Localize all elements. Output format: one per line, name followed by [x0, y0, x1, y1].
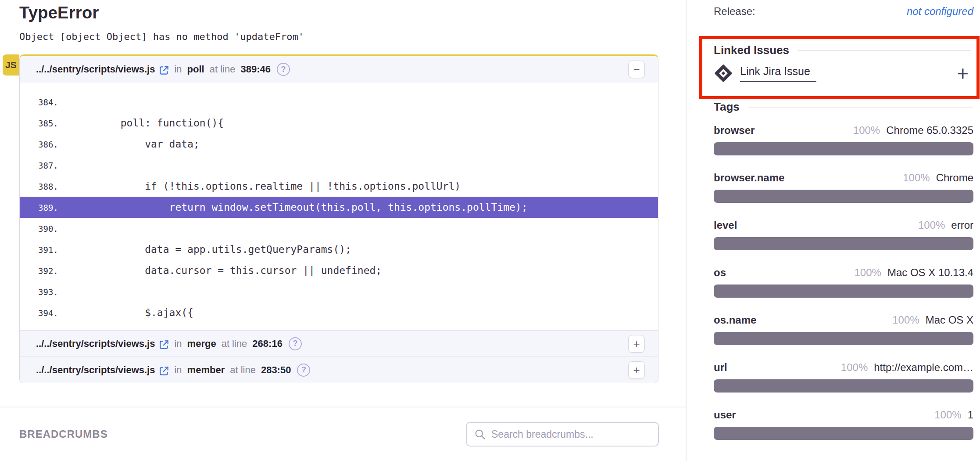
- frame-function-name: poll: [187, 64, 204, 75]
- frame-atline-label: at line: [222, 338, 247, 349]
- tag-percent: 100%: [892, 314, 919, 326]
- code-line: 390.: [20, 218, 658, 239]
- tag-name: os: [714, 267, 726, 279]
- tag-value: 1: [968, 409, 973, 421]
- help-icon[interactable]: ?: [289, 337, 302, 350]
- tag-row-url: url 100% http://example.com…: [714, 361, 973, 393]
- issue-detail-main: TypeError Object [object Object] has no …: [0, 0, 686, 461]
- tag-name: os.name: [714, 314, 756, 326]
- expand-frame-button[interactable]: +: [628, 361, 645, 379]
- issue-sidebar: Release: not configured Linked Issues Li…: [686, 0, 980, 461]
- frame-atline-label: at line: [210, 64, 236, 75]
- code-line-highlighted: 389. return window.setTimeout(this.poll,…: [20, 197, 658, 218]
- release-label: Release:: [714, 5, 755, 18]
- code-line: 392. data.cursor = this.cursor || undefi…: [20, 260, 658, 281]
- code-line: 386. var data;: [20, 133, 658, 155]
- link-jira-issue-link[interactable]: Link Jira Issue: [740, 65, 816, 82]
- frame-file-path: ../../sentry/scripts/views.js: [36, 64, 155, 75]
- tags-heading: Tags: [714, 100, 973, 114]
- add-linked-issue-button[interactable]: +: [957, 63, 969, 83]
- code-line: 388. if (!this.options.realtime || !this…: [20, 176, 658, 197]
- stacktrace-card: JS ../../sentry/scripts/views.js in poll…: [19, 54, 658, 383]
- link-jira-row: Link Jira Issue +: [714, 63, 971, 83]
- stack-frame-header-member[interactable]: ../../sentry/scripts/views.js in member …: [20, 357, 658, 383]
- code-line: 385. poll: function(){: [20, 112, 658, 133]
- frame-atline-label: at line: [230, 364, 256, 376]
- breadcrumbs-title: BREADCRUMBS: [19, 428, 108, 440]
- tag-row-level: level 100% error: [714, 219, 973, 250]
- code-line: 393.: [20, 281, 658, 302]
- help-icon[interactable]: ?: [277, 63, 290, 76]
- heading-rule: [798, 50, 971, 51]
- frame-line-number: 268:16: [252, 338, 283, 349]
- code-line: 391. data = app.utils.getQueryParams();: [20, 239, 658, 260]
- tag-value: http://example.com…: [874, 361, 973, 374]
- code-line: 384.: [20, 91, 658, 112]
- frame-function-name: member: [187, 364, 225, 376]
- tag-name: level: [714, 219, 737, 231]
- expand-frame-button[interactable]: +: [628, 335, 645, 353]
- tag-name: browser.name: [714, 172, 784, 184]
- code-line: 394. $.ajax({: [20, 302, 658, 323]
- external-link-icon[interactable]: [158, 65, 170, 76]
- error-message: Object [object Object] has no method 'up…: [19, 31, 686, 42]
- breadcrumbs-section-header: BREADCRUMBS: [0, 407, 686, 461]
- tag-row-os: os 100% Mac OS X 10.13.4: [714, 267, 973, 298]
- tag-distribution-bar: [714, 427, 973, 440]
- tags-title: Tags: [714, 100, 740, 114]
- tag-percent: 100%: [918, 219, 945, 231]
- tag-value: error: [951, 219, 973, 231]
- frame-file-path: ../../sentry/scripts/views.js: [36, 338, 155, 349]
- code-line: 387.: [20, 155, 658, 176]
- tag-percent: 100%: [855, 267, 881, 279]
- heading-rule: [748, 107, 973, 108]
- platform-js-badge: JS: [3, 54, 19, 76]
- code-context: 384. 385. poll: function(){ 386. var dat…: [20, 83, 658, 330]
- help-icon[interactable]: ?: [297, 364, 310, 377]
- tags-section: Tags browser 100% Chrome 65.0.3325 brows…: [714, 100, 973, 456]
- annotation-highlight-box: Linked Issues Link Jira Issue +: [699, 36, 980, 99]
- tag-distribution-bar: [714, 142, 973, 155]
- tag-distribution-bar: [714, 332, 973, 345]
- stack-frame-header-merge[interactable]: ../../sentry/scripts/views.js in merge a…: [20, 330, 658, 357]
- tag-name: user: [714, 409, 736, 421]
- collapse-frame-button[interactable]: −: [628, 61, 645, 78]
- tag-distribution-bar: [714, 379, 973, 393]
- tag-name: browser: [714, 124, 755, 137]
- stack-frame-header-poll[interactable]: ../../sentry/scripts/views.js in poll at…: [20, 56, 658, 83]
- frame-line-number: 389:46: [240, 64, 271, 75]
- linked-issues-title: Linked Issues: [714, 43, 789, 57]
- breadcrumbs-search-input[interactable]: [490, 428, 651, 441]
- tag-value: Mac OS X 10.13.4: [887, 267, 973, 279]
- external-link-icon[interactable]: [158, 365, 170, 377]
- tag-percent: 100%: [934, 409, 961, 421]
- tag-row-os-name: os.name 100% Mac OS X: [714, 314, 973, 345]
- tag-name: url: [714, 361, 727, 374]
- tag-distribution-bar: [714, 285, 973, 298]
- tag-row-browser-name: browser.name 100% Chrome: [714, 172, 973, 203]
- tag-distribution-bar: [714, 190, 973, 203]
- frame-line-number: 283:50: [261, 364, 291, 376]
- linked-issues-heading: Linked Issues: [714, 43, 971, 57]
- frame-in-label: in: [174, 338, 182, 349]
- tag-value: Chrome: [936, 172, 973, 184]
- tag-row-browser: browser 100% Chrome 65.0.3325: [714, 124, 973, 155]
- release-row: Release: not configured: [714, 5, 973, 18]
- tag-value: Mac OS X: [926, 314, 973, 326]
- frame-in-label: in: [174, 64, 182, 75]
- jira-icon: [714, 64, 733, 83]
- frame-function-name: merge: [187, 338, 216, 349]
- tag-distribution-bar: [714, 237, 973, 250]
- tag-row-user: user 100% 1: [714, 409, 973, 440]
- frame-file-path: ../../sentry/scripts/views.js: [36, 364, 155, 376]
- external-link-icon[interactable]: [158, 339, 170, 350]
- breadcrumbs-search-box[interactable]: [466, 422, 659, 447]
- frame-in-label: in: [174, 364, 182, 376]
- search-icon: [474, 428, 486, 440]
- error-type-title: TypeError: [19, 4, 686, 22]
- tag-percent: 100%: [841, 361, 868, 374]
- tag-value: Chrome 65.0.3325: [886, 124, 973, 137]
- tag-percent: 100%: [853, 124, 880, 137]
- release-not-configured-link[interactable]: not configured: [907, 5, 973, 18]
- tag-percent: 100%: [903, 172, 930, 184]
